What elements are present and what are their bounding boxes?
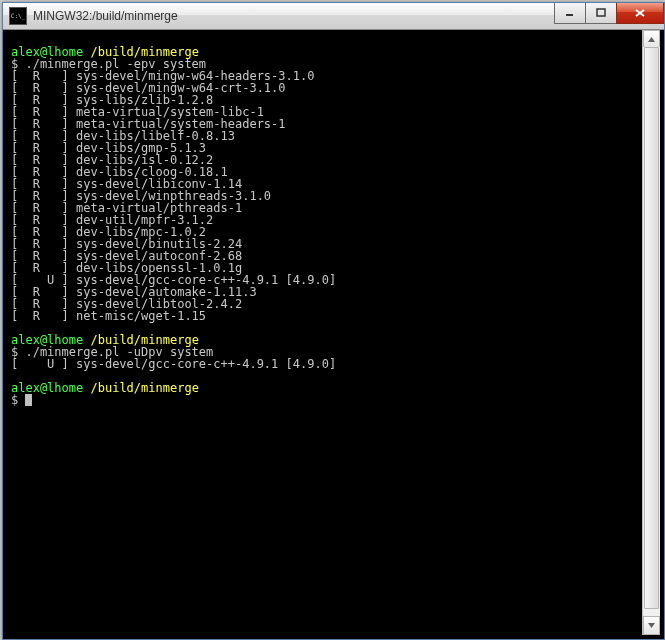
close-icon — [634, 8, 646, 18]
svg-marker-4 — [648, 37, 655, 42]
terminal-output[interactable]: alex@lhome /build/minmerge $ ./minmerge.… — [7, 30, 642, 635]
titlebar[interactable]: MINGW32:/build/minmerge — [3, 3, 664, 30]
window-title: MINGW32:/build/minmerge — [33, 9, 178, 23]
svg-rect-1 — [597, 9, 605, 16]
terminal-window: MINGW32:/build/minmerge alex@lhome /buil… — [2, 2, 665, 640]
vertical-scrollbar[interactable] — [642, 30, 660, 635]
minimize-icon — [565, 8, 575, 18]
close-button[interactable] — [616, 3, 664, 24]
scroll-down-button[interactable] — [643, 616, 660, 635]
maximize-button[interactable] — [585, 3, 617, 24]
client-area: alex@lhome /build/minmerge $ ./minmerge.… — [7, 30, 660, 635]
chevron-down-icon — [647, 621, 656, 630]
scroll-thumb[interactable] — [644, 47, 659, 609]
minimize-button[interactable] — [554, 3, 586, 24]
chevron-up-icon — [647, 35, 656, 44]
app-icon — [9, 7, 27, 25]
maximize-icon — [596, 8, 606, 18]
svg-marker-5 — [648, 623, 655, 628]
window-controls — [555, 3, 664, 23]
